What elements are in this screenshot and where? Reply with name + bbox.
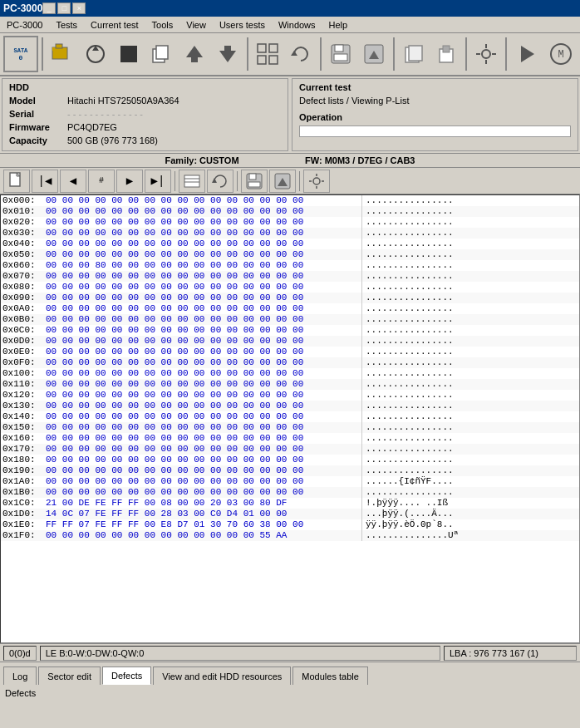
hex-bytes[interactable]: 00 00 00 00 00 00 00 00 00 00 00 00 00 0… bbox=[46, 357, 361, 368]
menu-view[interactable]: View bbox=[179, 18, 213, 32]
table-row: 0x0E0:00 00 00 00 00 00 00 00 00 00 00 0… bbox=[1, 347, 579, 357]
hex-ascii: ................ bbox=[361, 401, 578, 411]
toolbar-btn-paste[interactable] bbox=[431, 36, 463, 72]
menu-pc3000[interactable]: PC-3000 bbox=[0, 18, 49, 32]
hex-bytes[interactable]: 00 00 00 00 00 00 00 00 00 00 00 00 00 0… bbox=[46, 347, 361, 357]
toolbar-btn-3[interactable] bbox=[113, 36, 145, 72]
hex-bytes[interactable]: 00 00 00 00 00 00 00 00 00 00 00 00 00 0… bbox=[46, 217, 361, 228]
hex-bytes[interactable]: 00 00 00 00 00 00 00 00 00 00 00 00 00 0… bbox=[46, 368, 361, 379]
hex-bytes[interactable]: 00 00 00 00 00 00 00 00 00 00 00 00 00 0… bbox=[46, 487, 361, 498]
table-row: 0x030:00 00 00 00 00 00 00 00 00 00 00 0… bbox=[1, 228, 579, 239]
hex-btn-settings2[interactable] bbox=[303, 170, 330, 193]
table-row: 0x180:00 00 00 00 00 00 00 00 00 00 00 0… bbox=[1, 455, 579, 465]
hex-ascii: ................ bbox=[361, 195, 578, 206]
hex-bytes[interactable]: 14 0C 07 FE FF FF 00 28 03 00 C0 D4 01 0… bbox=[46, 509, 361, 519]
table-row: 0x130:00 00 00 00 00 00 00 00 00 00 00 0… bbox=[1, 401, 579, 411]
minimize-button[interactable]: _ bbox=[42, 2, 56, 14]
status-center-text: LE B:0-W:0-DW:0-QW:0 bbox=[46, 648, 145, 658]
hex-bytes[interactable]: 00 00 00 00 00 00 00 00 00 00 00 00 00 0… bbox=[46, 336, 361, 347]
hex-btn-new[interactable] bbox=[3, 170, 30, 193]
title-bar-buttons: _ □ × bbox=[42, 2, 86, 14]
tab-modules-table[interactable]: Modules table bbox=[292, 667, 368, 685]
hex-bytes[interactable]: 00 00 00 80 00 00 00 00 00 00 00 00 00 0… bbox=[46, 260, 361, 271]
toolbar-separator-4 bbox=[393, 37, 395, 71]
sata-icon: SATA 0 bbox=[3, 36, 38, 72]
hex-bytes[interactable]: 00 00 00 00 00 00 00 00 00 00 00 00 00 0… bbox=[46, 455, 361, 465]
hex-bytes[interactable]: 00 00 00 00 00 00 00 00 00 00 00 00 00 0… bbox=[46, 314, 361, 325]
tab-sector-edit[interactable]: Sector edit bbox=[38, 667, 101, 685]
hex-bytes[interactable]: 00 00 00 00 00 00 00 00 00 00 00 00 00 0… bbox=[46, 411, 361, 422]
hex-address: 0x090: bbox=[2, 293, 46, 303]
hex-btn-first[interactable]: |◀ bbox=[32, 170, 58, 193]
hex-bytes[interactable]: 00 00 00 00 00 00 00 00 00 00 00 00 00 0… bbox=[46, 303, 361, 314]
toolbar-separator-3 bbox=[320, 37, 322, 71]
hex-bytes[interactable]: 00 00 00 00 00 00 00 00 00 00 00 00 00 0… bbox=[46, 249, 361, 260]
hex-bytes[interactable]: FF FF 07 FE FF FF 00 E8 D7 01 30 70 60 3… bbox=[46, 519, 361, 530]
svg-point-45 bbox=[313, 178, 320, 184]
hex-bytes[interactable]: 00 00 00 00 00 00 00 00 00 00 00 00 00 0… bbox=[46, 476, 361, 487]
hex-bytes[interactable]: 00 00 00 00 00 00 00 00 00 00 00 00 00 0… bbox=[46, 379, 361, 390]
hex-btn-prev[interactable]: ◀ bbox=[60, 170, 86, 193]
menu-current-test[interactable]: Current test bbox=[84, 18, 145, 32]
toolbar-btn-settings[interactable] bbox=[470, 36, 502, 72]
hex-bytes[interactable]: 00 00 00 00 00 00 00 00 00 00 00 00 00 0… bbox=[46, 422, 361, 433]
menu-tests[interactable]: Tests bbox=[49, 18, 84, 32]
toolbar-btn-extra[interactable]: M bbox=[545, 36, 577, 72]
table-row: 0x040:00 00 00 00 00 00 00 00 00 00 00 0… bbox=[1, 239, 579, 249]
hex-bytes[interactable]: 00 00 00 00 00 00 00 00 00 00 00 00 00 0… bbox=[46, 206, 361, 217]
hex-bytes[interactable]: 00 00 00 00 00 00 00 00 00 00 00 00 00 0… bbox=[46, 293, 361, 303]
hex-bytes[interactable]: 00 00 00 00 00 00 00 00 00 00 00 00 00 0… bbox=[46, 325, 361, 336]
hex-btn-last[interactable]: ▶| bbox=[145, 170, 171, 193]
hex-btn-view[interactable] bbox=[179, 170, 205, 193]
hex-bytes[interactable]: 00 00 00 00 00 00 00 00 00 00 00 00 00 0… bbox=[46, 195, 361, 206]
model-value: Hitachi HTS725050A9A364 bbox=[67, 94, 281, 107]
hex-ascii: ...............Uª bbox=[361, 530, 578, 541]
menu-windows[interactable]: Windows bbox=[272, 18, 322, 32]
hex-bytes[interactable]: 00 00 00 00 00 00 00 00 00 00 00 00 00 0… bbox=[46, 239, 361, 249]
hex-btn-load2[interactable] bbox=[269, 170, 296, 193]
title-bar: PC-3000 _ □ × bbox=[0, 0, 580, 17]
toolbar-btn-2[interactable] bbox=[80, 36, 111, 72]
close-button[interactable]: × bbox=[72, 2, 86, 14]
hex-bytes[interactable]: 00 00 00 00 00 00 00 00 00 00 00 00 00 0… bbox=[46, 465, 361, 476]
hex-bytes[interactable]: 00 00 00 00 00 00 00 00 00 00 00 00 00 0… bbox=[46, 390, 361, 401]
hex-btn-refresh[interactable] bbox=[207, 170, 233, 193]
svg-rect-14 bbox=[258, 56, 266, 64]
toolbar-btn-5[interactable] bbox=[179, 36, 210, 72]
table-row: 0x190:00 00 00 00 00 00 00 00 00 00 00 0… bbox=[1, 465, 579, 476]
toolbar-btn-6[interactable] bbox=[212, 36, 243, 72]
hex-btn-save2[interactable] bbox=[241, 170, 268, 193]
maximize-button[interactable]: □ bbox=[57, 2, 71, 14]
hex-bytes[interactable]: 00 00 00 00 00 00 00 00 00 00 00 00 00 0… bbox=[46, 228, 361, 239]
toolbar-btn-refresh2[interactable] bbox=[285, 36, 317, 72]
table-row: 0x120:00 00 00 00 00 00 00 00 00 00 00 0… bbox=[1, 390, 579, 401]
hex-bytes[interactable]: 00 00 00 00 00 00 00 00 00 00 00 00 00 0… bbox=[46, 444, 361, 455]
hex-bytes[interactable]: 21 00 DE FE FF FF 00 08 00 00 20 03 00 8… bbox=[46, 498, 361, 509]
hex-ascii: ................ bbox=[361, 260, 578, 271]
hex-address: 0x060: bbox=[2, 260, 46, 271]
hex-bytes[interactable]: 00 00 00 00 00 00 00 00 00 00 00 00 00 0… bbox=[46, 282, 361, 293]
hex-address: 0x1A0: bbox=[2, 476, 46, 487]
tab-view-edit[interactable]: View and edit HDD resources bbox=[153, 667, 291, 685]
toolbar-btn-4[interactable] bbox=[145, 36, 177, 72]
toolbar-btn-grid[interactable] bbox=[252, 36, 283, 72]
menu-help[interactable]: Help bbox=[322, 18, 355, 32]
toolbar-btn-1[interactable] bbox=[47, 36, 78, 72]
menu-users-tests[interactable]: Users tests bbox=[213, 18, 272, 32]
toolbar-btn-play[interactable] bbox=[510, 36, 542, 72]
hex-bytes[interactable]: 00 00 00 00 00 00 00 00 00 00 00 00 00 0… bbox=[46, 401, 361, 411]
menu-tools[interactable]: Tools bbox=[145, 18, 180, 32]
tab-defects[interactable]: Defects bbox=[102, 667, 151, 685]
svg-rect-41 bbox=[249, 174, 256, 180]
table-row: 0x090:00 00 00 00 00 00 00 00 00 00 00 0… bbox=[1, 293, 579, 303]
hex-bytes[interactable]: 00 00 00 00 00 00 00 00 00 00 00 00 00 0… bbox=[46, 433, 361, 444]
capacity-value: 500 GB (976 773 168) bbox=[67, 134, 281, 147]
hex-btn-next[interactable]: ▶ bbox=[116, 170, 143, 193]
hex-btn-num[interactable]: # bbox=[88, 170, 115, 193]
hex-bytes[interactable]: 00 00 00 00 00 00 00 00 00 00 00 00 00 0… bbox=[46, 271, 361, 282]
hex-bytes[interactable]: 00 00 00 00 00 00 00 00 00 00 00 00 00 5… bbox=[46, 530, 361, 541]
toolbar-btn-save[interactable] bbox=[325, 36, 356, 72]
toolbar-btn-load[interactable] bbox=[358, 36, 390, 72]
tab-log[interactable]: Log bbox=[3, 667, 37, 685]
toolbar-btn-copy2[interactable] bbox=[398, 36, 430, 72]
